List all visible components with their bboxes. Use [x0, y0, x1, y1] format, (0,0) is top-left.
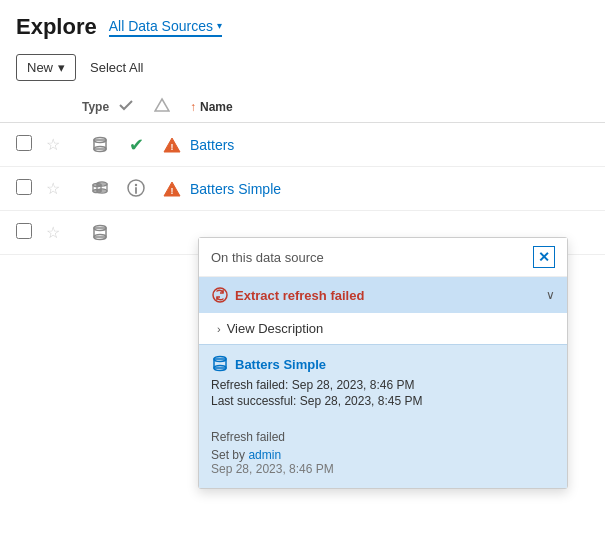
- tooltip-close-button[interactable]: ✕: [533, 246, 555, 268]
- header-type-col: Type: [82, 100, 118, 114]
- set-by-prefix: Set by: [211, 448, 245, 462]
- svg-text:!: !: [171, 186, 174, 196]
- row1-status-cell: ✔: [118, 134, 154, 156]
- new-button-arrow-icon: ▾: [58, 60, 65, 75]
- row3-star-cell[interactable]: ☆: [46, 223, 82, 242]
- triangle-header-icon: [154, 97, 170, 113]
- multi-cylinder-icon: [89, 180, 111, 198]
- detail-section2: Refresh failed Set by admin Sep 28, 2023…: [199, 420, 567, 488]
- info-cursor-icon[interactable]: [126, 178, 146, 200]
- select-all-label: Select All: [90, 60, 143, 75]
- detail-datasource-name[interactable]: Batters Simple: [235, 357, 326, 372]
- row1-name-link[interactable]: Batters: [190, 137, 234, 153]
- datasource-detail-header: Batters Simple: [211, 355, 555, 373]
- row2-checkbox-cell[interactable]: [16, 179, 46, 198]
- toolbar: New ▾ Select All: [0, 48, 605, 91]
- warning-triangle-icon: !: [163, 136, 181, 154]
- row3-checkbox-cell[interactable]: [16, 223, 46, 242]
- detail-cylinder-icon: [211, 355, 229, 373]
- table-row: ☆ !: [0, 167, 605, 211]
- row1-type-cell: [82, 136, 118, 154]
- row2-name-cell[interactable]: Batters Simple: [190, 181, 589, 197]
- tooltip-header: On this data source ✕: [199, 238, 567, 277]
- row2-name-link[interactable]: Batters Simple: [190, 181, 281, 197]
- svg-point-13: [135, 183, 137, 185]
- row2-status-cell[interactable]: [118, 178, 154, 200]
- last-successful-line: Last successful: Sep 28, 2023, 8:45 PM: [211, 394, 555, 408]
- select-all-button[interactable]: Select All: [86, 55, 147, 80]
- view-description-label: View Description: [227, 321, 324, 336]
- sort-arrow-icon: ↑: [190, 100, 196, 114]
- row1-checkbox-cell[interactable]: [16, 135, 46, 154]
- admin-link[interactable]: admin: [248, 448, 281, 462]
- extract-refresh-icon: [211, 286, 229, 304]
- row2-type-cell: [82, 180, 118, 198]
- header-warn-col: [154, 97, 190, 116]
- extract-failed-label-group: Extract refresh failed: [211, 286, 364, 304]
- row2-star-cell[interactable]: ☆: [46, 179, 82, 198]
- datasource-dropdown[interactable]: All Data Sources ▾: [109, 18, 222, 37]
- row1-checkbox[interactable]: [16, 135, 32, 151]
- tooltip-popup: On this data source ✕ Extract refresh fa…: [198, 237, 568, 489]
- green-check-icon: ✔: [129, 134, 144, 156]
- page-title: Explore: [16, 14, 97, 40]
- row1-warn-cell: !: [154, 136, 190, 154]
- checkmark-header-icon: [118, 97, 134, 113]
- row1-star-icon[interactable]: ☆: [46, 136, 60, 153]
- datasource-detail-section: Batters Simple Refresh failed: Sep 28, 2…: [199, 345, 567, 420]
- extract-refresh-row[interactable]: Extract refresh failed ∨: [199, 277, 567, 313]
- refresh-failed-time-line: Refresh failed: Sep 28, 2023, 8:46 PM: [211, 378, 555, 392]
- tooltip-header-label: On this data source: [211, 250, 324, 265]
- svg-marker-0: [155, 99, 169, 111]
- new-button-label: New: [27, 60, 53, 75]
- new-button[interactable]: New ▾: [16, 54, 76, 81]
- tooltip-timestamp: Sep 28, 2023, 8:46 PM: [211, 462, 555, 476]
- header-name-col: ↑ Name: [190, 100, 589, 114]
- cylinder-icon-3: [91, 224, 109, 242]
- type-col-label: Type: [82, 100, 109, 114]
- row2-checkbox[interactable]: [16, 179, 32, 195]
- row1-star-cell[interactable]: ☆: [46, 135, 82, 154]
- svg-text:!: !: [171, 142, 174, 152]
- extract-chevron-icon: ∨: [546, 288, 555, 302]
- row3-type-cell: [82, 224, 118, 242]
- table-header-row: Type ↑ Name: [0, 91, 605, 123]
- header-status-col: [118, 97, 154, 116]
- view-desc-chevron-icon: ›: [217, 323, 221, 335]
- datasource-dropdown-label: All Data Sources: [109, 18, 213, 34]
- page-header: Explore All Data Sources ▾: [0, 0, 605, 48]
- extract-failed-text: Extract refresh failed: [235, 288, 364, 303]
- row3-checkbox[interactable]: [16, 223, 32, 239]
- set-by-line: Set by admin: [211, 448, 555, 462]
- row1-name-cell[interactable]: Batters: [190, 137, 589, 153]
- dropdown-arrow-icon: ▾: [217, 20, 222, 31]
- row3-star-icon[interactable]: ☆: [46, 224, 60, 241]
- warning-triangle-icon-2: !: [163, 180, 181, 198]
- cylinder-icon: [91, 136, 109, 154]
- row2-warn-cell: !: [154, 180, 190, 198]
- view-description-row[interactable]: › View Description: [199, 313, 567, 345]
- refresh-failed-label: Refresh failed: [211, 430, 555, 444]
- name-col-label: Name: [200, 100, 233, 114]
- table-row: ☆ ✔ ! Batters: [0, 123, 605, 167]
- data-table: Type ↑ Name ☆: [0, 91, 605, 255]
- row2-star-icon[interactable]: ☆: [46, 180, 60, 197]
